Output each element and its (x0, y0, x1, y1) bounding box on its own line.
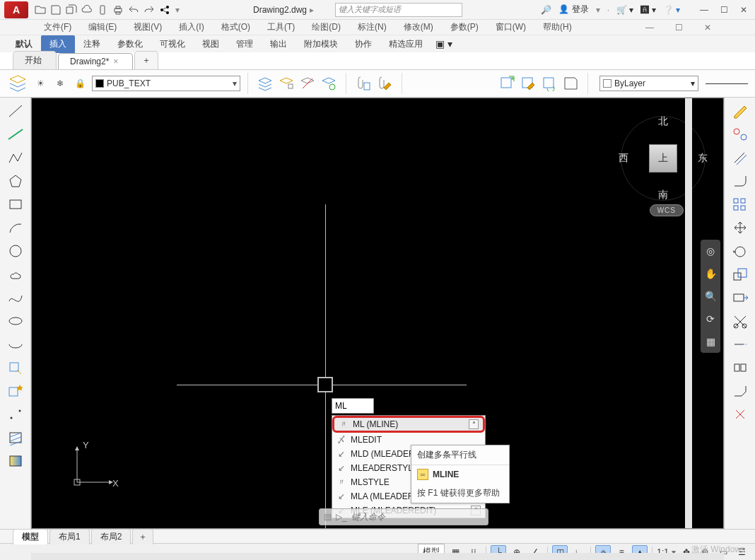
file-tab-add[interactable]: ＋ (134, 51, 158, 69)
gradient-tool[interactable] (4, 450, 28, 472)
doc-max-icon[interactable]: ☐ (667, 21, 691, 35)
tab-manage[interactable]: 管理 (228, 35, 262, 53)
rectangle-tool[interactable] (4, 194, 28, 215)
menu-edit[interactable]: 编辑(E) (80, 19, 125, 35)
stretch-tool[interactable] (728, 287, 752, 308)
tab-annotate[interactable]: 注释 (75, 35, 109, 53)
binoculars-icon[interactable]: 🔎 (541, 5, 551, 15)
ellipse-arc-tool[interactable] (4, 334, 28, 355)
app-icon[interactable]: 🅰 ▾ (640, 5, 655, 15)
horizontal-scrollbar[interactable] (31, 553, 724, 560)
spline-tool[interactable] (4, 287, 28, 308)
app-logo[interactable]: A (4, 1, 28, 18)
close-tab-icon[interactable]: × (113, 57, 118, 66)
menu-dim[interactable]: 标注(N) (349, 19, 395, 35)
nav-wheel-icon[interactable]: ◎ (703, 244, 718, 258)
chamfer-tool[interactable] (728, 380, 752, 402)
autocomplete-item-ml[interactable]: 〃ML (MLINE)˄ (332, 416, 485, 433)
extend-tool[interactable] (728, 334, 752, 355)
menu-help[interactable]: 帮助(H) (534, 19, 580, 35)
tab-param[interactable]: 参数化 (109, 35, 151, 53)
ucs-icon[interactable]: Y X (69, 440, 119, 493)
clip-edit-icon[interactable] (375, 74, 394, 93)
pencil-tool[interactable] (728, 100, 752, 122)
qat-open-icon[interactable] (33, 2, 48, 18)
layer-freeze-icon[interactable]: ❄ (52, 76, 68, 91)
tab-output[interactable]: 输出 (262, 35, 295, 53)
move-tool[interactable] (728, 217, 752, 238)
viewcube-west[interactable]: 西 (619, 152, 628, 165)
doc-min-icon[interactable]: — (637, 21, 662, 35)
xline-tool[interactable] (4, 124, 28, 145)
qat-cloud-icon[interactable] (79, 2, 95, 18)
tab-add-layout[interactable]: ＋ (132, 529, 153, 544)
viewcube-north[interactable]: 北 (658, 115, 668, 128)
create-block-icon[interactable] (497, 74, 517, 93)
layer-combo[interactable]: PUB_TEXT ▾ (92, 76, 240, 91)
login-button[interactable]: 👤 登录 (558, 4, 588, 16)
tab-insert[interactable]: 插入 (41, 35, 75, 53)
help-icon[interactable]: ❔ ▾ (663, 5, 680, 15)
vertical-scrollbar[interactable] (685, 98, 692, 528)
tab-model[interactable]: 模型 (13, 529, 48, 544)
tab-layout2[interactable]: 布局2 (91, 529, 131, 544)
save-block-icon[interactable] (561, 74, 580, 93)
drawing-canvas[interactable]: 北 南 西 东 上 WCS ◎ ✋ 🔍 ⟳ ▦ 〃ML (MLINE)˄ 〆ML… (31, 98, 724, 529)
layers-off-icon[interactable] (298, 74, 317, 93)
menu-insert[interactable]: 插入(I) (170, 19, 212, 35)
trim-tool[interactable] (728, 310, 752, 332)
hatch-tool[interactable] (4, 427, 28, 448)
layer-state-icon[interactable]: ☀ (33, 76, 48, 91)
layers-isolate-icon[interactable] (319, 74, 339, 93)
tab-featured[interactable]: 精选应用 (380, 35, 431, 53)
nav-pan-icon[interactable]: ✋ (703, 267, 718, 281)
menu-format[interactable]: 格式(O) (213, 19, 259, 35)
command-line[interactable]: ▤ ▷_ (319, 508, 488, 525)
tab-default[interactable]: 默认 (7, 35, 41, 53)
color-combo[interactable]: ByLayer ▾ (599, 76, 698, 91)
viewcube-top-face[interactable]: 上 (649, 144, 677, 173)
tab-visualize[interactable]: 可视化 (151, 35, 194, 53)
array-tool[interactable] (728, 194, 752, 215)
expand-icon[interactable]: ˄ (469, 419, 479, 429)
cmdline-history-icon[interactable]: ▤ (324, 512, 332, 522)
ellipse-tool[interactable] (4, 310, 28, 332)
minimize-button[interactable]: — (697, 4, 711, 16)
nav-showmotion-icon[interactable]: ▦ (703, 334, 718, 349)
cart-icon[interactable]: 🛒 ▾ (616, 5, 633, 15)
menu-draw[interactable]: 绘图(D) (303, 19, 349, 35)
tab-collab[interactable]: 协作 (346, 35, 380, 53)
edit-block-icon[interactable] (518, 74, 538, 93)
file-tab-drawing2[interactable]: Drawing2*× (58, 53, 133, 69)
search-input[interactable]: 键入关键字或短语 (335, 3, 462, 17)
scale-tool[interactable] (728, 264, 752, 285)
line-tool[interactable] (4, 100, 28, 122)
doc-close-icon[interactable]: ✕ (696, 21, 720, 35)
qat-share-icon[interactable] (157, 2, 172, 18)
nav-zoom-icon[interactable]: 🔍 (703, 289, 718, 303)
menu-param[interactable]: 参数(P) (442, 19, 487, 35)
menu-modify[interactable]: 修改(M) (395, 19, 442, 35)
viewcube-south[interactable]: 南 (658, 189, 668, 202)
qat-mobile-icon[interactable] (95, 2, 110, 18)
menu-view[interactable]: 视图(V) (125, 19, 170, 35)
tab-addons[interactable]: 附加模块 (295, 35, 346, 53)
customize-icon[interactable]: ☰ (734, 545, 749, 559)
file-tab-start[interactable]: 开始 (13, 51, 57, 69)
break-tool[interactable] (728, 357, 752, 378)
tab-view[interactable]: 视图 (194, 35, 228, 53)
offset-tool[interactable] (728, 147, 752, 168)
maximize-button[interactable]: ☐ (717, 4, 731, 16)
qat-print-icon[interactable] (110, 2, 126, 18)
layers-stack-icon[interactable] (255, 74, 275, 93)
rotate-tool[interactable] (728, 240, 752, 262)
wcs-badge[interactable]: WCS (650, 204, 684, 216)
menu-file[interactable]: 文件(F) (35, 19, 80, 35)
viewcube[interactable]: 北 南 西 东 上 (617, 112, 709, 204)
arc-tool[interactable] (4, 217, 28, 238)
ribbon-collapse-icon[interactable]: ▣ ▾ (435, 38, 452, 49)
qat-undo-icon[interactable] (126, 2, 141, 18)
block-star-tool[interactable] (4, 380, 28, 402)
layer-lock-icon[interactable]: 🔒 (72, 76, 88, 91)
layers-lock-icon[interactable] (276, 74, 296, 93)
